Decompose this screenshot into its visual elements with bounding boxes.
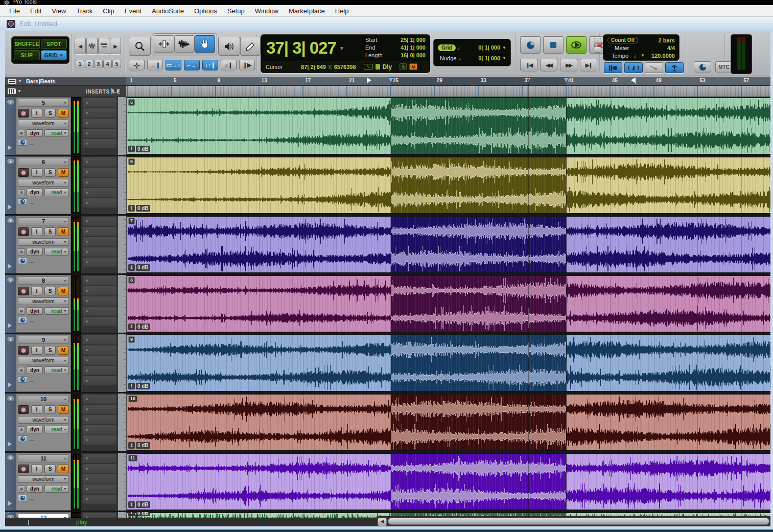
link-track-edit-button[interactable]: ↓↑❙ xyxy=(202,60,218,71)
selector-tool-button[interactable] xyxy=(174,35,195,53)
insert-slot[interactable] xyxy=(83,464,116,473)
mute-button[interactable]: M xyxy=(58,465,69,473)
menu-item-help[interactable]: Help xyxy=(330,6,354,16)
track-view-selector[interactable]: waveform ▼ xyxy=(18,357,69,364)
zoom-out-button[interactable]: ◀ xyxy=(75,38,86,54)
track-playlist-arrow-icon[interactable] xyxy=(8,512,12,513)
automation-mode-selector[interactable]: read ▼ xyxy=(44,248,69,256)
record-enable-button[interactable] xyxy=(18,287,29,295)
record-enable-button[interactable] xyxy=(18,168,29,177)
menu-item-audiosuite[interactable]: AudioSuite xyxy=(147,6,189,16)
waveform-canvas[interactable] xyxy=(127,276,770,332)
track-timebase-button[interactable] xyxy=(18,139,27,146)
track-waveform-area[interactable]: 9 ↥ 0 dB xyxy=(127,334,770,392)
rewind-button[interactable]: ◀◀ xyxy=(540,59,557,72)
insertion-follows-icon-small[interactable]: ❙→ xyxy=(27,519,35,525)
mute-button[interactable]: M xyxy=(58,168,69,177)
insert-slot[interactable] xyxy=(83,168,116,177)
insert-slot[interactable] xyxy=(83,227,116,236)
memory-location-flag-icon[interactable] xyxy=(367,78,367,84)
track-name-field[interactable]: 10 ▼ xyxy=(18,395,69,403)
elastic-audio-button[interactable]: dyn xyxy=(27,189,43,196)
insert-slot[interactable] xyxy=(83,395,116,404)
insertion-follows-playback-button[interactable]: ⌐→ xyxy=(184,60,200,71)
insert-slot[interactable] xyxy=(83,366,116,375)
waveform-canvas[interactable] xyxy=(127,395,770,450)
menu-item-marketplace[interactable]: Marketplace xyxy=(284,6,330,16)
link-timeline-edit-button[interactable]: ▭→≡ xyxy=(166,60,181,71)
insert-slot[interactable] xyxy=(83,356,116,365)
track-timebase-button[interactable] xyxy=(18,435,27,442)
record-enable-button[interactable] xyxy=(18,465,29,473)
insert-slot[interactable] xyxy=(83,188,116,197)
automation-mode-selector[interactable]: read ▼ xyxy=(44,189,69,196)
ruler-caret-icon[interactable]: ▼ xyxy=(18,79,22,83)
mtc-button[interactable]: MTC xyxy=(715,61,733,73)
menu-item-edit[interactable]: Edit xyxy=(25,6,46,16)
record-enable-button[interactable] xyxy=(18,109,29,118)
track-timebase-button[interactable] xyxy=(18,317,27,323)
track-collapse-button[interactable]: ▼ xyxy=(7,396,14,402)
wait-for-note-button[interactable] xyxy=(604,62,622,73)
track-waveform-area[interactable]: 5 ↥ 0 dB xyxy=(127,97,770,155)
insert-slot[interactable] xyxy=(83,345,116,355)
track-collapse-button[interactable]: ▼ xyxy=(7,158,14,165)
mute-button[interactable]: M xyxy=(58,405,69,414)
track-waveform-area[interactable]: 6 ↥ 0 dB xyxy=(127,156,770,214)
freeze-snowflake-icon[interactable]: ❄ xyxy=(18,426,25,433)
solo-button[interactable]: S xyxy=(44,168,56,177)
grid-mode-button[interactable]: GRID▼ xyxy=(41,50,67,60)
horizontal-scrollbar[interactable]: ◀ xyxy=(377,516,770,526)
selection-start-value[interactable]: 25| 1| 000 xyxy=(401,36,426,44)
tempo-ruler-button[interactable] xyxy=(645,62,663,73)
grabber-tool-button[interactable] xyxy=(195,35,215,53)
zoom-preset-4[interactable]: 4 xyxy=(103,60,112,68)
track-name-field[interactable]: 6 ▼ xyxy=(18,158,69,166)
insert-slot[interactable] xyxy=(83,157,116,167)
delay-compensation-label[interactable]: Dly xyxy=(383,63,392,71)
insert-slot[interactable] xyxy=(83,258,116,267)
edit-window-titlebar[interactable]: Edit: Untitled xyxy=(0,17,773,31)
zoom-in-button[interactable]: ▶ xyxy=(110,38,121,54)
global-mute-badge[interactable]: M xyxy=(409,63,417,70)
track-playlist-arrow-icon[interactable] xyxy=(8,204,12,210)
count-off-value[interactable]: 2 bars xyxy=(659,37,675,43)
track-waveform-area[interactable]: 11 ↥ 0 dB xyxy=(127,453,770,511)
transport-expand-button-1[interactable] xyxy=(594,38,601,44)
automation-mode-selector[interactable]: read ▼ xyxy=(44,485,69,493)
track-collapse-button[interactable]: ▼ xyxy=(7,277,14,283)
insert-slot[interactable] xyxy=(83,98,116,107)
clip-list-icon[interactable] xyxy=(376,64,380,70)
input-monitor-button[interactable]: I xyxy=(31,346,42,355)
freeze-snowflake-icon[interactable]: ❄ xyxy=(18,485,25,493)
track-view-icon[interactable] xyxy=(8,88,16,94)
menu-item-event[interactable]: Event xyxy=(120,6,147,16)
mute-button[interactable]: M xyxy=(58,346,69,355)
memory-location-flag-icon[interactable] xyxy=(635,78,636,84)
insert-slot[interactable] xyxy=(83,139,116,148)
track-name-field[interactable]: 8 ▼ xyxy=(18,276,69,285)
track-playlist-arrow-icon[interactable] xyxy=(8,323,12,328)
record-enable-button[interactable] xyxy=(18,227,29,236)
audio-zoom-button[interactable] xyxy=(86,38,98,54)
waveform-canvas[interactable] xyxy=(127,335,770,391)
menu-item-window[interactable]: Window xyxy=(250,6,284,16)
waveform-canvas[interactable] xyxy=(127,157,770,213)
input-monitor-button[interactable]: I xyxy=(31,405,42,414)
menu-item-view[interactable]: View xyxy=(46,6,71,16)
input-monitor-button[interactable]: I xyxy=(31,465,42,473)
insert-slot[interactable] xyxy=(83,405,116,414)
nudge-caret-icon[interactable]: ▼ xyxy=(502,56,506,60)
insert-slot[interactable] xyxy=(83,495,116,504)
insert-slot[interactable] xyxy=(83,415,116,424)
track-name-field[interactable]: 12 ▼ xyxy=(18,514,69,518)
menu-item-options[interactable]: Options xyxy=(189,6,222,16)
zoom-preset-1[interactable]: 1 xyxy=(76,60,84,68)
global-solo-badge[interactable]: S xyxy=(400,63,407,70)
insert-slot[interactable] xyxy=(83,237,116,246)
input-monitor-button[interactable]: I xyxy=(31,287,42,295)
transport-expand-button-2[interactable] xyxy=(594,47,601,53)
insert-slot[interactable] xyxy=(83,425,116,434)
elastic-audio-button[interactable]: dyn xyxy=(27,307,43,315)
insert-slot[interactable] xyxy=(83,454,116,463)
